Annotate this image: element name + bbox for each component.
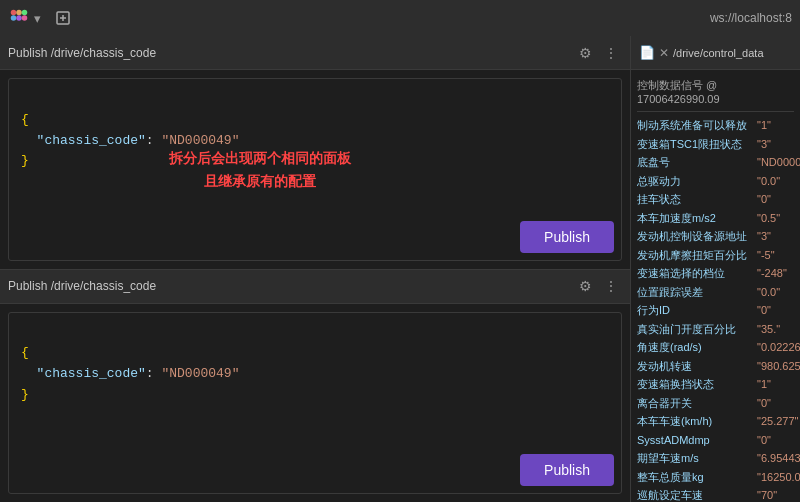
data-rows: 制动系统准备可以释放 "1"变速箱TSC1限扭状态 "3"底盘号 "ND0000… (637, 116, 794, 502)
table-row: 发动机摩擦扭矩百分比 "-5" (637, 246, 794, 265)
panel-1-settings-button[interactable]: ⚙ (575, 43, 596, 63)
data-label: 变速箱TSC1限扭状态 (637, 136, 757, 153)
table-row: 底盘号 "ND000049" (637, 153, 794, 172)
data-label: 本车加速度m/s2 (637, 210, 757, 227)
publish-button-2[interactable]: Publish (520, 454, 614, 486)
data-value: "0.022266" (757, 339, 800, 356)
publish-button-1[interactable]: Publish (520, 221, 614, 253)
panel-2-content: { "chassis_code": "ND000049" } Publish (0, 304, 630, 503)
panel-1-header: Publish /drive/chassis_code ⚙ ⋮ (0, 36, 630, 70)
logo[interactable]: ▾ (8, 7, 41, 29)
data-value: "1" (757, 376, 771, 393)
svg-point-1 (16, 10, 22, 16)
data-label: 发动机转速 (637, 358, 757, 375)
svg-point-2 (22, 10, 28, 16)
table-row: 位置跟踪误差 "0.0" (637, 283, 794, 302)
svg-point-3 (11, 15, 17, 21)
data-value: "0" (757, 191, 771, 208)
table-row: 制动系统准备可以释放 "1" (637, 116, 794, 135)
data-label: 总驱动力 (637, 173, 757, 190)
data-value: "-248" (757, 265, 787, 282)
data-label: 巡航设定车速 (637, 487, 757, 502)
panel-2-more-button[interactable]: ⋮ (600, 276, 622, 296)
table-row: 挂车状态 "0" (637, 190, 794, 209)
table-row: 角速度(rad/s) "0.022266" (637, 338, 794, 357)
control-data-title: 控制数据信号 @ 17006426990.09 (637, 74, 794, 112)
table-row: 行为ID "0" (637, 301, 794, 320)
panel-2-header: Publish /drive/chassis_code ⚙ ⋮ (0, 270, 630, 304)
topbar: ▾ ws://localhost:8 (0, 0, 800, 36)
data-value: "16250.0" (757, 469, 800, 486)
data-value: "0" (757, 395, 771, 412)
right-panel: 📄 ✕ /drive/control_data 控制数据信号 @ 1700642… (630, 36, 800, 502)
data-value: "0.0" (757, 284, 780, 301)
data-label: 行为ID (637, 302, 757, 319)
table-row: 发动机控制设备源地址 "3" (637, 227, 794, 246)
data-label: 制动系统准备可以释放 (637, 117, 757, 134)
logo-chevron: ▾ (34, 11, 41, 26)
data-value: "1" (757, 117, 771, 134)
data-value: "3" (757, 228, 771, 245)
table-row: 期望车速m/s "6.954432" (637, 449, 794, 468)
data-label: 底盘号 (637, 154, 757, 171)
data-value: "70" (757, 487, 777, 502)
data-value: "0" (757, 302, 771, 319)
data-label: 发动机控制设备源地址 (637, 228, 757, 245)
table-row: 巡航设定车速 "70" (637, 486, 794, 502)
publisher-panel-2: Publish /drive/chassis_code ⚙ ⋮ { "chass… (0, 270, 630, 503)
panel-2-settings-button[interactable]: ⚙ (575, 276, 596, 296)
data-value: "980.625" (757, 358, 800, 375)
table-row: 离合器开关 "0" (637, 394, 794, 413)
table-row: 总驱动力 "0.0" (637, 172, 794, 191)
panel-2-title: Publish /drive/chassis_code (8, 279, 575, 293)
data-value: "ND000049" (757, 154, 800, 171)
data-label: 发动机摩擦扭矩百分比 (637, 247, 757, 264)
data-value: "25.277" (757, 413, 798, 430)
table-row: 真实油门开度百分比 "35." (637, 320, 794, 339)
doc-icon: 📄 (639, 45, 655, 60)
connection-url: ws://localhost:8 (710, 11, 792, 25)
table-row: 本车车速(km/h) "25.277" (637, 412, 794, 431)
data-label: 变速箱选择的档位 (637, 265, 757, 282)
data-label: 位置跟踪误差 (637, 284, 757, 301)
right-panel-path: /drive/control_data (673, 47, 792, 59)
publisher-panel-1: Publish /drive/chassis_code ⚙ ⋮ { "chass… (0, 36, 630, 270)
data-label: 本车车速(km/h) (637, 413, 757, 430)
data-value: "3" (757, 136, 771, 153)
data-value: "6.954432" (757, 450, 800, 467)
panel-1-more-button[interactable]: ⋮ (600, 43, 622, 63)
right-panel-header: 📄 ✕ /drive/control_data (631, 36, 800, 70)
data-label: 变速箱换挡状态 (637, 376, 757, 393)
svg-point-4 (16, 15, 22, 21)
table-row: 整车总质量kg "16250.0" (637, 468, 794, 487)
right-panel-close-button[interactable]: ✕ (659, 46, 669, 60)
new-tab-button[interactable] (49, 4, 77, 32)
panel-1-title: Publish /drive/chassis_code (8, 46, 575, 60)
table-row: SysstADMdmp "0" (637, 431, 794, 450)
table-row: 发动机转速 "980.625" (637, 357, 794, 376)
data-label: 期望车速m/s (637, 450, 757, 467)
main-content: Publish /drive/chassis_code ⚙ ⋮ { "chass… (0, 36, 800, 502)
data-label: 挂车状态 (637, 191, 757, 208)
data-label: 离合器开关 (637, 395, 757, 412)
svg-point-5 (22, 15, 28, 21)
data-value: "0.0" (757, 173, 780, 190)
data-value: "0.5" (757, 210, 780, 227)
data-label: 角速度(rad/s) (637, 339, 757, 356)
table-row: 变速箱换挡状态 "1" (637, 375, 794, 394)
data-value: "-5" (757, 247, 775, 264)
svg-point-0 (11, 10, 17, 16)
data-value: "35." (757, 321, 780, 338)
panel-1-actions: ⚙ ⋮ (575, 43, 622, 63)
table-row: 变速箱TSC1限扭状态 "3" (637, 135, 794, 154)
right-panel-content[interactable]: 控制数据信号 @ 17006426990.09 制动系统准备可以释放 "1"变速… (631, 70, 800, 502)
panel-1-content: { "chassis_code": "ND000049" } 拆分后会出现两个相… (0, 70, 630, 269)
data-label: 整车总质量kg (637, 469, 757, 486)
table-row: 变速箱选择的档位 "-248" (637, 264, 794, 283)
panel-2-actions: ⚙ ⋮ (575, 276, 622, 296)
data-value: "0" (757, 432, 771, 449)
table-row: 本车加速度m/s2 "0.5" (637, 209, 794, 228)
data-label: SysstADMdmp (637, 432, 757, 449)
left-panel: Publish /drive/chassis_code ⚙ ⋮ { "chass… (0, 36, 630, 502)
data-label: 真实油门开度百分比 (637, 321, 757, 338)
